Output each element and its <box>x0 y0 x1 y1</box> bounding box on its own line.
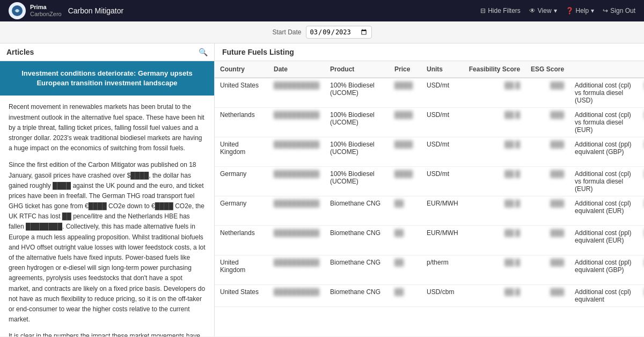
cell-country: United Kingdom <box>215 255 268 285</box>
topnav-actions: ⊟ Hide Filters 👁 View ▾ ❓ Help ▾ ↪ Sign … <box>480 7 635 14</box>
cell-addcost: Additional cost (cpl) vs formula diesel … <box>569 78 639 108</box>
cell-price: ██ <box>389 226 421 255</box>
cell-esg: ███ <box>525 226 569 255</box>
signout-icon: ↪ <box>603 7 608 14</box>
cell-addcost-num: ████ <box>639 108 644 137</box>
help-icon: ❓ <box>566 7 574 14</box>
left-panel-header: Articles 🔍 <box>0 43 214 61</box>
cell-units: USD/mt <box>421 137 464 167</box>
table-body: United States ██████████ 100% Biodiesel … <box>215 78 644 307</box>
cell-addcost-num: ████ <box>639 137 644 167</box>
cell-date: ██████████ <box>268 226 325 255</box>
cell-product: Biomethane CNG <box>325 285 389 307</box>
cell-date: ██████████ <box>268 196 325 226</box>
cell-country: Netherlands <box>215 108 268 137</box>
cell-price: ██ <box>389 255 421 285</box>
col-header-esg: ESG Score <box>525 61 569 78</box>
search-icon: 🔍 <box>199 48 208 56</box>
cell-addcost-num: ████ <box>639 285 644 307</box>
cell-product: Biomethane CNG <box>325 196 389 226</box>
cell-date: ██████████ <box>268 167 325 196</box>
fuels-table: Country Date Product Price Units Feasibi… <box>215 61 644 307</box>
view-button[interactable]: 👁 View ▾ <box>529 7 557 14</box>
cell-addcost: Additional cost (cpl) vs formula diesel … <box>569 108 639 137</box>
table-header: Country Date Product Price Units Feasibi… <box>215 61 644 78</box>
logo: Prima CarbonZero <box>9 2 62 19</box>
cell-feasibility: ██.█ <box>464 78 525 108</box>
col-header-product: Product <box>325 61 389 78</box>
table-row[interactable]: United States ██████████ 100% Biodiesel … <box>215 78 644 108</box>
cell-price: ██ <box>389 196 421 226</box>
cell-product: Biomethane CNG <box>325 255 389 285</box>
cell-price: ████ <box>389 137 421 167</box>
start-date-label: Start Date <box>272 28 301 36</box>
table-row[interactable]: Netherlands ██████████ 100% Biodiesel (U… <box>215 108 644 137</box>
cell-esg: ███ <box>525 108 569 137</box>
datebar: Start Date <box>0 21 644 43</box>
logo-text: Prima CarbonZero <box>30 4 62 18</box>
cell-date: ██████████ <box>268 285 325 307</box>
main-layout: Articles 🔍 Investment conditions deterio… <box>0 43 644 336</box>
cell-esg: ███ <box>525 285 569 307</box>
col-header-units: Units <box>421 61 464 78</box>
table-row[interactable]: United Kingdom ██████████ Biomethane CNG… <box>215 255 644 285</box>
cell-addcost: Additional cost (cpl) equivalent (EUR) <box>569 196 639 226</box>
signout-label: Sign Out <box>610 7 635 14</box>
cell-product: 100% Biodiesel (UCOME) <box>325 167 389 196</box>
article-paragraph-3: It is clear in the numbers the impact th… <box>9 331 206 336</box>
cell-feasibility: ██.█ <box>464 285 525 307</box>
col-header-date: Date <box>268 61 325 78</box>
signout-button[interactable]: ↪ Sign Out <box>603 7 635 14</box>
cell-esg: ███ <box>525 196 569 226</box>
cell-addcost-num: ████ <box>639 196 644 226</box>
table-wrapper[interactable]: Country Date Product Price Units Feasibi… <box>215 61 644 336</box>
cell-feasibility: ██.█ <box>464 108 525 137</box>
cell-units: USD/mt <box>421 78 464 108</box>
table-row[interactable]: Netherlands ██████████ Biomethane CNG ██… <box>215 226 644 255</box>
cell-units: USD/mt <box>421 167 464 196</box>
table-row[interactable]: United Kingdom ██████████ 100% Biodiesel… <box>215 137 644 167</box>
cell-product: Biomethane CNG <box>325 226 389 255</box>
cell-date: ██████████ <box>268 137 325 167</box>
cell-country: United Kingdom <box>215 137 268 167</box>
cell-price: ████ <box>389 167 421 196</box>
view-label: View <box>538 7 552 14</box>
cell-country: Germany <box>215 167 268 196</box>
cell-addcost-num: ████ <box>639 78 644 108</box>
cell-country: Netherlands <box>215 226 268 255</box>
view-icon: 👁 <box>529 7 536 14</box>
cell-units: p/therm <box>421 255 464 285</box>
cell-addcost-num: ████ <box>639 226 644 255</box>
cell-product: 100% Biodiesel (UCOME) <box>325 108 389 137</box>
col-header-addcost-num <box>639 61 644 78</box>
article-headline[interactable]: Investment conditions deteriorate: Germa… <box>0 61 214 96</box>
cell-price: ████ <box>389 108 421 137</box>
app-title: Carbon Mitigator <box>68 6 124 15</box>
cell-product: 100% Biodiesel (UCOME) <box>325 137 389 167</box>
svg-point-1 <box>16 9 19 12</box>
hide-filters-button[interactable]: ⊟ Hide Filters <box>480 7 521 14</box>
articles-title: Articles <box>6 48 34 56</box>
cell-feasibility: ██.█ <box>464 196 525 226</box>
cell-units: USD/cbm <box>421 285 464 307</box>
table-row[interactable]: United States ██████████ Biomethane CNG … <box>215 285 644 307</box>
cell-esg: ███ <box>525 78 569 108</box>
table-row[interactable]: Germany ██████████ 100% Biodiesel (UCOME… <box>215 167 644 196</box>
cell-date: ██████████ <box>268 108 325 137</box>
cell-feasibility: ██.█ <box>464 137 525 167</box>
topnav: Prima CarbonZero Carbon Mitigator ⊟ Hide… <box>0 0 644 21</box>
cell-feasibility: ██.█ <box>464 226 525 255</box>
hide-filters-label: Hide Filters <box>488 7 521 14</box>
help-label: Help <box>576 7 589 14</box>
col-header-price: Price <box>389 61 421 78</box>
start-date-input[interactable] <box>306 26 372 39</box>
help-button[interactable]: ❓ Help ▾ <box>566 7 595 14</box>
cell-addcost: Additional cost (cpl) vs formula diesel … <box>569 167 639 196</box>
cell-feasibility: ██.█ <box>464 255 525 285</box>
cell-addcost-num: ████ <box>639 255 644 285</box>
search-button[interactable]: 🔍 <box>199 48 208 56</box>
table-row[interactable]: Germany ██████████ Biomethane CNG ██ EUR… <box>215 196 644 226</box>
cell-esg: ███ <box>525 167 569 196</box>
cell-addcost: Additional cost (ppl) equivalent (GBP) <box>569 137 639 167</box>
col-header-country: Country <box>215 61 268 78</box>
